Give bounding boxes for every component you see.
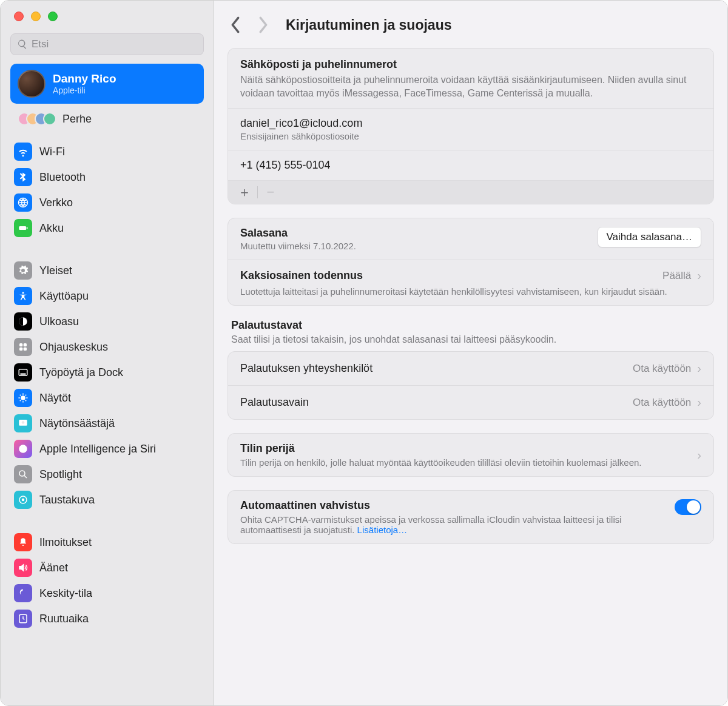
battery-icon (14, 219, 32, 237)
sidebar-item-displays[interactable]: Näytöt (10, 385, 204, 411)
sidebar-item-label: Äänet (39, 562, 68, 574)
sidebar-account[interactable]: Danny Rico Apple-tili (10, 64, 204, 104)
svg-rect-7 (24, 348, 27, 351)
recovery-contacts-row[interactable]: Palautuksen yhteyshenkilöt Ota käyttöön … (228, 352, 713, 386)
autoverify-link[interactable]: Lisätietoja… (357, 525, 408, 535)
remove-contact-button[interactable]: − (263, 186, 278, 199)
sidebar-item-label: Yleiset (39, 264, 72, 277)
svg-rect-9 (21, 374, 26, 375)
twofa-desc: Luotettuja laitteitasi ja puhelinnumeroi… (240, 286, 701, 297)
sidebar-item-label: Käyttöapu (39, 290, 89, 303)
sidebar-item-label: Wi-Fi (39, 146, 65, 158)
sidebar-item-gear[interactable]: Yleiset (10, 258, 204, 283)
svg-point-13 (19, 445, 27, 453)
svg-point-14 (19, 471, 25, 476)
legacy-desc: Tilin perijä on henkilö, jolle haluat my… (240, 457, 641, 468)
back-button[interactable] (229, 16, 242, 33)
svg-point-16 (22, 499, 25, 502)
legacy-title: Tilin perijä (240, 442, 641, 455)
sidebar-item-label: Taustakuva (39, 494, 95, 506)
accessibility-icon (14, 287, 32, 305)
svg-rect-4 (19, 343, 22, 346)
sidebar-item-bell[interactable]: Ilmoitukset (10, 530, 204, 555)
screentime-icon (14, 610, 32, 628)
svg-rect-5 (24, 343, 27, 346)
sidebar-item-screentime[interactable]: Ruutuaika (10, 606, 204, 631)
sidebar-item-dock[interactable]: Työpöytä ja Dock (10, 360, 204, 385)
sidebar-family[interactable]: Perhe (10, 107, 204, 130)
close-button[interactable] (14, 12, 24, 21)
page-title: Kirjautuminen ja suojaus (286, 17, 452, 33)
sidebar-item-focus[interactable]: Keskity-tila (10, 580, 204, 606)
contacts-card: Sähköposti ja puhelinnumerot Näitä sähkö… (228, 48, 714, 204)
password-title: Salasana (240, 227, 356, 240)
search-input[interactable]: Etsi (10, 33, 204, 55)
sidebar-item-globe[interactable]: Verkko (10, 190, 204, 215)
sidebar-item-label: Työpöytä ja Dock (39, 366, 123, 379)
svg-rect-1 (27, 227, 28, 229)
spotlight-icon (14, 465, 32, 483)
sidebar-item-appearance[interactable]: Ulkoasu (10, 309, 204, 334)
sidebar-item-screensaver[interactable]: Näytönsäästäjä (10, 411, 204, 436)
focus-icon (14, 584, 32, 602)
twofa-row[interactable]: Kaksiosainen todennus Päällä › Luotettuj… (228, 260, 713, 305)
sidebar-item-siri[interactable]: Apple Intelligence ja Siri (10, 436, 204, 462)
chevron-right-icon: › (697, 448, 701, 462)
avatar (18, 70, 46, 98)
content-pane: Kirjautuminen ja suojaus Sähköposti ja p… (214, 1, 727, 705)
content-header: Kirjautuminen ja suojaus (214, 1, 727, 43)
recovery-desc: Saat tilisi ja tietosi takaisin, jos uno… (231, 334, 710, 345)
sidebar-item-label: Ilmoitukset (39, 536, 92, 549)
sidebar-item-spotlight[interactable]: Spotlight (10, 462, 204, 487)
sidebar-item-bluetooth[interactable]: Bluetooth (10, 164, 204, 190)
password-sub: Muutettu viimeksi 7.10.2022. (240, 241, 356, 251)
sidebar-item-label: Apple Intelligence ja Siri (39, 443, 156, 456)
family-avatars (18, 112, 56, 126)
sidebar-item-battery[interactable]: Akku (10, 215, 204, 241)
sidebar-item-wifi[interactable]: Wi-Fi (10, 139, 204, 164)
search-placeholder: Etsi (32, 38, 49, 50)
change-password-button[interactable]: Vaihda salasana… (598, 227, 701, 247)
sidebar-item-label: Verkko (39, 197, 73, 209)
sidebar-item-label: Akku (39, 222, 64, 235)
wifi-icon (14, 143, 32, 161)
contact-phone-row[interactable]: +1 (415) 555-0104 (228, 150, 713, 181)
gear-icon (14, 261, 32, 280)
settings-window: Etsi Danny Rico Apple-tili Perhe Wi-FiBl… (0, 0, 728, 706)
minimize-button[interactable] (31, 12, 41, 21)
dock-icon (14, 363, 32, 382)
sidebar-item-accessibility[interactable]: Käyttöapu (10, 283, 204, 309)
autoverify-toggle[interactable] (675, 499, 701, 515)
recovery-key-status: Ota käyttöön (633, 397, 691, 409)
sidebar-item-label: Ohjauskeskus (39, 341, 108, 354)
displays-icon (14, 389, 32, 407)
twofa-title: Kaksiosainen todennus (240, 269, 363, 282)
svg-point-10 (21, 395, 25, 400)
svg-rect-6 (19, 348, 22, 351)
password-row: Salasana Muutettu viimeksi 7.10.2022. Va… (228, 218, 713, 260)
maximize-button[interactable] (48, 12, 58, 21)
account-name: Danny Rico (53, 72, 116, 86)
sidebar-item-label: Ulkoasu (39, 315, 79, 328)
recovery-key-label: Palautusavain (240, 396, 309, 409)
contacts-toolbar: ＋ − (228, 181, 713, 204)
add-contact-button[interactable]: ＋ (237, 186, 252, 199)
autoverify-card: Automaattinen vahvistus Ohita CAPTCHA-va… (228, 490, 714, 544)
contact-email-row[interactable]: daniel_rico1@icloud.com Ensisijainen säh… (228, 109, 713, 150)
sidebar-item-label: Näytöt (39, 392, 71, 405)
recovery-key-row[interactable]: Palautusavain Ota käyttöön › (228, 386, 713, 419)
controlcenter-icon (14, 338, 32, 356)
password-card: Salasana Muutettu viimeksi 7.10.2022. Va… (228, 218, 714, 306)
recovery-card: Palautuksen yhteyshenkilöt Ota käyttöön … (228, 351, 714, 420)
contacts-desc: Näitä sähköpostiosoitteita ja puhelinnum… (240, 73, 701, 99)
sidebar-item-wallpaper[interactable]: Taustakuva (10, 487, 204, 513)
legacy-card[interactable]: Tilin perijä Tilin perijä on henkilö, jo… (228, 433, 714, 477)
autoverify-title: Automaattinen vahvistus (240, 499, 666, 512)
globe-icon (14, 193, 32, 212)
sidebar-item-controlcenter[interactable]: Ohjauskeskus (10, 334, 204, 360)
twofa-status: Päällä (662, 270, 691, 282)
bluetooth-icon (14, 168, 32, 186)
autoverify-desc: Ohita CAPTCHA-varmistukset apeissa ja ve… (240, 514, 666, 535)
sidebar-item-sound[interactable]: Äänet (10, 555, 204, 580)
forward-button (257, 16, 270, 33)
